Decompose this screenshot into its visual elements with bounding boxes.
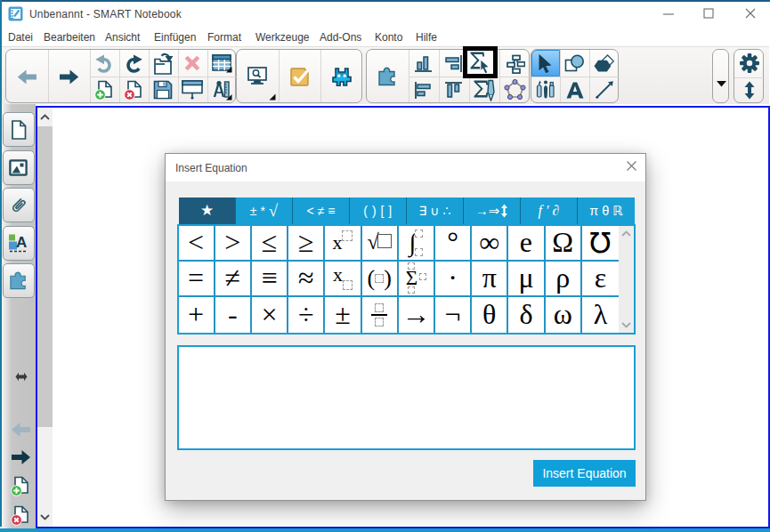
svg-text:A: A <box>16 234 27 251</box>
